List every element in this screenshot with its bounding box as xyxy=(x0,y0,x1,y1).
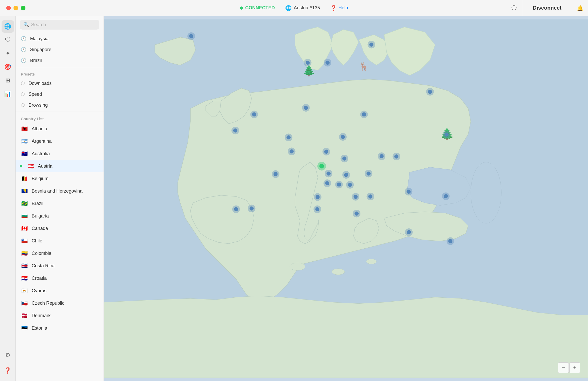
map-dot xyxy=(367,172,371,176)
country-albania[interactable]: 🇦🇱 Albania xyxy=(16,123,104,135)
close-button[interactable] xyxy=(6,6,11,10)
country-czech[interactable]: 🇨🇿 Czech Republic xyxy=(16,297,104,309)
connected-badge: CONNECTED xyxy=(240,5,275,11)
map-dot xyxy=(362,112,366,117)
info-icon: ⓘ xyxy=(511,4,517,11)
preset-speed[interactable]: ⬡ Speed xyxy=(16,89,104,100)
country-denmark[interactable]: 🇩🇰 Denmark xyxy=(16,309,104,322)
preset-label: Browsing xyxy=(29,103,48,108)
svg-point-4 xyxy=(366,259,377,264)
country-bulgaria[interactable]: 🇧🇬 Bulgaria xyxy=(16,210,104,222)
country-name: Canada xyxy=(32,226,48,231)
active-indicator xyxy=(20,165,22,167)
globe-icon: 🌐 xyxy=(4,23,11,30)
preset-browsing[interactable]: ⬡ Browsing xyxy=(16,100,104,111)
diamond-icon: ⬡ xyxy=(21,80,25,86)
svg-point-1 xyxy=(471,162,501,223)
country-brazil[interactable]: 🇧🇷 Brazil xyxy=(16,197,104,210)
country-cyprus[interactable]: 🇨🇾 Cyprus xyxy=(16,284,104,297)
country-australia[interactable]: 🇦🇺 Australia xyxy=(16,147,104,160)
globe-icon: 🌐 xyxy=(285,5,292,11)
target-icon: 🎯 xyxy=(4,64,11,70)
map-dot xyxy=(368,194,372,199)
flag-denmark: 🇩🇰 xyxy=(21,312,28,319)
country-name: Bulgaria xyxy=(32,213,49,219)
flag-brazil: 🇧🇷 xyxy=(21,200,28,207)
deer-icon: 🦌 xyxy=(359,61,369,71)
minimize-button[interactable] xyxy=(13,6,18,10)
map-dot xyxy=(324,149,329,154)
map-dot xyxy=(250,206,254,210)
country-costa-rica[interactable]: 🇨🇷 Costa Rica xyxy=(16,260,104,272)
diamond-icon: ⬡ xyxy=(21,102,25,108)
clock-icon: 🕐 xyxy=(21,58,26,63)
svg-point-2 xyxy=(290,263,305,270)
recent-item-malaysia[interactable]: 🕐 Malaysia xyxy=(16,33,104,44)
search-box[interactable]: 🔍 xyxy=(20,20,99,30)
country-estonia[interactable]: 🇪🇪 Estonia xyxy=(16,322,104,334)
sidebar-icon-settings[interactable]: ⚙ xyxy=(2,349,14,361)
map-dot xyxy=(428,90,432,94)
map-dot xyxy=(233,128,237,133)
presets-label: Presets xyxy=(16,68,104,78)
zoom-in-button[interactable]: + xyxy=(569,362,580,373)
sidebar-icon-layers[interactable]: ⊞ xyxy=(2,74,14,87)
country-name: Chile xyxy=(32,238,42,244)
flag-argentina: 🇦🇷 xyxy=(21,138,28,145)
map-dot xyxy=(448,239,453,243)
map-dot xyxy=(369,43,373,47)
map-dot xyxy=(290,149,294,153)
map-dot xyxy=(337,182,341,187)
help-button[interactable]: ❓ Help xyxy=(330,5,348,11)
map-dot xyxy=(274,172,278,176)
country-name: Croatia xyxy=(32,276,47,281)
map-dot xyxy=(326,172,331,176)
maximize-button[interactable] xyxy=(21,6,25,10)
country-name: Albania xyxy=(32,126,47,132)
flag-australia: 🇦🇺 xyxy=(21,150,28,157)
country-argentina[interactable]: 🇦🇷 Argentina xyxy=(16,135,104,147)
zoom-out-button[interactable]: − xyxy=(558,362,569,373)
flag-czech: 🇨🇿 xyxy=(21,300,28,307)
country-canada[interactable]: 🇨🇦 Canada xyxy=(16,222,104,235)
flag-belgium: 🇧🇪 xyxy=(21,175,28,182)
map-dot xyxy=(353,195,358,199)
map-area: 🌲 🌲 🦌 xyxy=(104,16,588,381)
preset-downloads[interactable]: ⬡ Downloads xyxy=(16,78,104,89)
country-name: Belgium xyxy=(32,176,49,181)
search-input[interactable] xyxy=(31,22,96,28)
sidebar-icon-nodes[interactable]: ✦ xyxy=(2,47,14,60)
sidebar-icon-help[interactable]: ❓ xyxy=(2,364,14,377)
map-dot xyxy=(304,106,308,110)
sidebar-icon-stats[interactable]: 📊 xyxy=(2,88,14,100)
country-name: Brazil xyxy=(32,201,43,206)
info-button[interactable]: ⓘ xyxy=(506,0,522,16)
map-dot xyxy=(316,195,320,199)
recent-item-singapore[interactable]: 🕐 Singapore xyxy=(16,44,104,55)
notifications-button[interactable]: 🔔 xyxy=(572,0,588,16)
country-belgium[interactable]: 🇧🇪 Belgium xyxy=(16,172,104,185)
flag-croatia: 🇭🇷 xyxy=(21,275,28,282)
flag-cyprus: 🇨🇾 xyxy=(21,287,28,294)
disconnect-button[interactable]: Disconnect xyxy=(522,0,572,16)
map-dot xyxy=(444,194,448,198)
server-info: 🌐 Austria #135 xyxy=(285,5,320,11)
flag-costa-rica: 🇨🇷 xyxy=(21,262,28,269)
country-chile[interactable]: 🇨🇱 Chile xyxy=(16,235,104,247)
country-austria[interactable]: 🇦🇹 Austria xyxy=(16,160,104,172)
country-name: Bosnia and Herzegovina xyxy=(32,188,83,194)
sidebar-scroll-area: 🕐 Malaysia 🕐 Singapore 🕐 Brazil Presets … xyxy=(16,33,104,381)
country-name: Australia xyxy=(32,151,50,157)
country-bosnia[interactable]: 🇧🇦 Bosnia and Herzegovina xyxy=(16,185,104,197)
map-dot xyxy=(306,61,310,65)
sidebar-icon-target[interactable]: 🎯 xyxy=(2,61,14,73)
country-croatia[interactable]: 🇭🇷 Croatia xyxy=(16,272,104,284)
settings-icon: ⚙ xyxy=(5,352,10,358)
sidebar-icon-globe[interactable]: 🌐 xyxy=(2,20,14,33)
svg-point-3 xyxy=(332,269,345,275)
sidebar-icon-shield[interactable]: 🛡 xyxy=(2,34,14,46)
map-dot xyxy=(286,135,291,139)
recent-item-brazil[interactable]: 🕐 Brazil xyxy=(16,55,104,66)
country-colombia[interactable]: 🇨🇴 Colombia xyxy=(16,247,104,260)
tree-icon: 🌲 xyxy=(303,65,316,77)
